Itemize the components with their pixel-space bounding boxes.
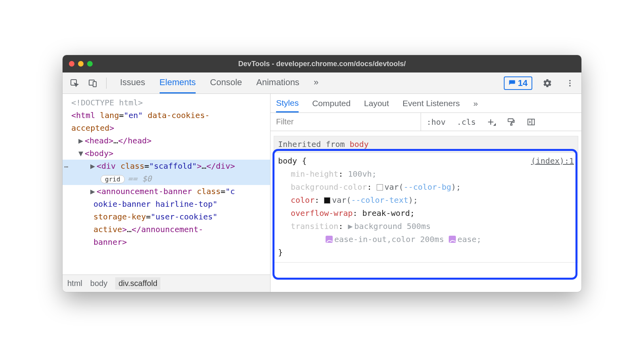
minimize-icon[interactable] xyxy=(78,61,84,67)
svg-point-3 xyxy=(569,80,571,81)
tab-animations[interactable]: Animations xyxy=(256,72,299,93)
device-toggle-icon[interactable] xyxy=(85,76,101,90)
zoom-icon[interactable] xyxy=(87,61,93,67)
prop-min-height[interactable]: min-height: 100vh; xyxy=(278,168,574,181)
tab-elements[interactable]: Elements xyxy=(160,72,196,93)
svg-point-5 xyxy=(569,85,571,86)
divider xyxy=(106,78,107,89)
rule-body[interactable]: body { (index):1 min-height: 100vh; back… xyxy=(274,153,578,263)
color-swatch-icon[interactable] xyxy=(324,197,330,204)
issues-badge[interactable]: 14 xyxy=(504,76,532,90)
styles-filter-input[interactable] xyxy=(271,113,421,131)
dom-html-cont[interactable]: accepted> xyxy=(63,122,270,134)
styles-pane: Styles Computed Layout Event Listeners »… xyxy=(271,94,581,292)
main-toolbar: Issues Elements Console Animations » 14 xyxy=(63,72,581,94)
stab-computed[interactable]: Computed xyxy=(312,95,351,112)
stab-layout[interactable]: Layout xyxy=(364,95,389,112)
kebab-menu-icon[interactable] xyxy=(562,76,577,90)
bezier-icon[interactable] xyxy=(449,236,456,243)
prev-rule-tail xyxy=(271,131,581,133)
prop-transition[interactable]: transition: ▶background 500ms xyxy=(278,220,574,233)
stab-eventlisteners[interactable]: Event Listeners xyxy=(402,95,460,112)
dom-banner[interactable]: ▶<announcement-banner class="c xyxy=(63,185,270,198)
eq0-marker: == $0 xyxy=(128,174,152,183)
hov-button[interactable]: :hov xyxy=(421,113,451,131)
svg-rect-7 xyxy=(511,124,512,125)
main-tabs: Issues Elements Console Animations » xyxy=(120,72,318,93)
settings-icon[interactable] xyxy=(539,76,555,90)
crumb-html[interactable]: html xyxy=(67,279,82,288)
styles-tabs: Styles Computed Layout Event Listeners » xyxy=(271,94,581,113)
traffic-lights xyxy=(69,61,93,67)
dom-doctype[interactable]: <!DOCTYPE html> xyxy=(63,96,270,109)
color-swatch-icon[interactable] xyxy=(377,184,383,191)
svg-rect-8 xyxy=(528,119,535,125)
inherited-header: Inherited from body xyxy=(274,136,578,153)
content-area: <!DOCTYPE html> <html lang="en" data-coo… xyxy=(63,94,581,292)
inspect-icon[interactable] xyxy=(67,76,82,90)
issues-count: 14 xyxy=(518,78,528,88)
toggle-sidebar-icon[interactable] xyxy=(521,113,541,131)
breadcrumb: html body div.scaffold xyxy=(63,275,270,292)
elements-pane: <!DOCTYPE html> <html lang="en" data-coo… xyxy=(63,94,271,292)
dom-tree[interactable]: <!DOCTYPE html> <html lang="en" data-coo… xyxy=(63,94,270,275)
rule-selector[interactable]: body { xyxy=(278,154,307,168)
grid-badge[interactable]: grid xyxy=(101,175,125,183)
new-style-rule-icon[interactable]: ◢ xyxy=(481,113,501,131)
style-rule-block: Inherited from body body { (index):1 min… xyxy=(274,136,578,263)
cls-button[interactable]: .cls xyxy=(451,113,481,131)
paint-icon[interactable] xyxy=(501,113,521,131)
rule-source-link[interactable]: (index):1 xyxy=(531,154,574,168)
crumb-selected[interactable]: div.scaffold xyxy=(115,277,160,290)
dom-html[interactable]: <html lang="en" data-cookies- xyxy=(63,109,270,122)
stab-styles[interactable]: Styles xyxy=(276,94,299,112)
prop-overflow-wrap[interactable]: overflow-wrap: break-word; xyxy=(278,207,574,220)
inherited-label: Inherited from xyxy=(278,139,350,149)
rule-close: } xyxy=(278,246,574,259)
dom-body[interactable]: ▼<body> xyxy=(63,147,270,160)
window-title: DevTools - developer.chrome.com/docs/dev… xyxy=(63,60,581,68)
dom-banner-l2[interactable]: ookie-banner hairline-top" xyxy=(63,198,270,210)
titlebar: DevTools - developer.chrome.com/docs/dev… xyxy=(63,55,581,72)
svg-point-4 xyxy=(569,82,571,84)
dom-banner-l3[interactable]: storage-key="user-cookies" xyxy=(63,210,270,223)
styles-toolbar: :hov .cls ◢ xyxy=(271,113,581,131)
prop-transition-cont[interactable]: ease-in-out,color 200ms ease; xyxy=(278,233,574,246)
devtools-window: DevTools - developer.chrome.com/docs/dev… xyxy=(63,55,581,292)
dom-banner-l5[interactable]: banner> xyxy=(63,236,270,248)
prop-background-color[interactable]: background-color: var(--color-bg); xyxy=(278,181,574,194)
crumb-body[interactable]: body xyxy=(90,279,107,288)
svg-rect-2 xyxy=(93,82,96,87)
svg-rect-6 xyxy=(508,118,513,121)
tab-issues[interactable]: Issues xyxy=(120,72,145,93)
dom-head[interactable]: ▶<head>…</head> xyxy=(63,134,270,147)
dom-selected-node[interactable]: ⋯ ▶<div class="scaffold">…</div> xyxy=(63,160,270,172)
tab-console[interactable]: Console xyxy=(210,72,242,93)
dom-banner-l4[interactable]: active>…</announcement- xyxy=(63,223,270,236)
stabs-overflow-icon[interactable]: » xyxy=(473,95,478,112)
tabs-overflow-icon[interactable]: » xyxy=(314,72,318,93)
prop-color[interactable]: color: var(--color-text); xyxy=(278,194,574,207)
inherited-selector: body xyxy=(350,139,369,149)
bezier-icon[interactable] xyxy=(326,236,333,243)
dom-selected-meta[interactable]: grid== $0 xyxy=(63,172,270,185)
close-icon[interactable] xyxy=(69,61,74,67)
